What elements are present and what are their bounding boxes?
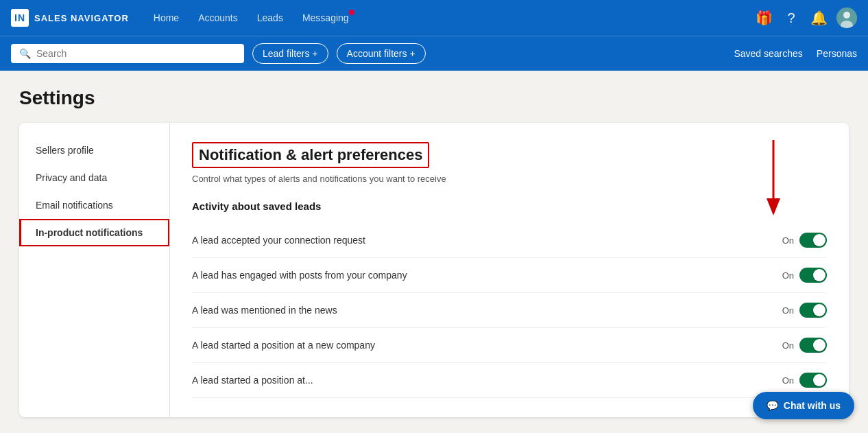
- messaging-badge: [349, 10, 354, 15]
- notification-row-1: A lead has engaged with posts from your …: [192, 258, 827, 293]
- bell-icon[interactable]: 🔔: [809, 8, 828, 27]
- personas-link[interactable]: Personas: [817, 48, 857, 59]
- toggle-wrap-2: On: [782, 303, 827, 318]
- settings-main-panel: Notification & alert preferences Control…: [170, 123, 849, 417]
- toggle-0[interactable]: [799, 233, 827, 248]
- search-bar: 🔍 Lead filters + Account filters + Saved…: [0, 36, 868, 71]
- search-icon: 🔍: [19, 48, 31, 59]
- settings-layout: Sellers profile Privacy and data Email n…: [19, 123, 849, 417]
- chat-button[interactable]: 💬 Chat with us: [753, 392, 854, 419]
- section-description: Control what types of alerts and notific…: [192, 174, 827, 184]
- notification-label-3: A lead started a position at a new compa…: [192, 340, 375, 351]
- section-title: Notification & alert preferences: [199, 146, 422, 164]
- toggle-wrap-1: On: [782, 268, 827, 283]
- svg-marker-4: [767, 198, 780, 215]
- notification-label-0: A lead accepted your connection request: [192, 235, 365, 246]
- notification-row-2: A lead was mentioned in the news On: [192, 293, 827, 328]
- nav-right-icons: 🎁 ? 🔔: [754, 8, 857, 28]
- settings-sidebar: Sellers profile Privacy and data Email n…: [19, 123, 170, 417]
- search-bar-right: Saved searches Personas: [734, 48, 857, 59]
- toggle-state-0: On: [782, 235, 794, 246]
- sidebar-item-in-product-notifications[interactable]: In-product notifications: [19, 219, 169, 246]
- toggle-2[interactable]: [799, 303, 827, 318]
- account-filters-button[interactable]: Account filters +: [337, 43, 426, 64]
- avatar[interactable]: [836, 8, 857, 28]
- toggle-state-2: On: [782, 305, 794, 316]
- search-input[interactable]: [36, 48, 215, 59]
- nav-messaging[interactable]: Messaging: [294, 8, 357, 27]
- toggle-1[interactable]: [799, 268, 827, 283]
- notification-label-4: A lead started a position at...: [192, 375, 313, 386]
- top-navigation: in SALES NAVIGATOR Home Accounts Leads M…: [0, 0, 868, 36]
- notification-label-2: A lead was mentioned in the news: [192, 305, 337, 316]
- toggle-4[interactable]: [799, 373, 827, 388]
- toggle-wrap-3: On: [782, 338, 827, 353]
- chat-button-label: Chat with us: [784, 400, 841, 411]
- notification-row-0: A lead accepted your connection request …: [192, 223, 827, 258]
- notification-label-1: A lead has engaged with posts from your …: [192, 270, 407, 281]
- sidebar-item-privacy-data[interactable]: Privacy and data: [19, 164, 169, 191]
- notification-row-4: A lead started a position at... On: [192, 363, 827, 398]
- saved-searches-link[interactable]: Saved searches: [734, 48, 802, 59]
- nav-accounts[interactable]: Accounts: [190, 8, 246, 27]
- nav-home[interactable]: Home: [145, 8, 187, 27]
- sidebar-item-sellers-profile[interactable]: Sellers profile: [19, 137, 169, 164]
- toggle-state-3: On: [782, 340, 794, 351]
- section-title-box: Notification & alert preferences: [192, 142, 429, 168]
- page-title: Settings: [19, 87, 849, 109]
- help-icon[interactable]: ?: [782, 8, 801, 27]
- page-content: Settings Sellers profile Privacy and dat…: [0, 71, 868, 433]
- nav-links: Home Accounts Leads Messaging: [145, 8, 738, 27]
- toggle-wrap-0: On: [782, 233, 827, 248]
- brand-logo[interactable]: in SALES NAVIGATOR: [11, 9, 129, 27]
- notification-row-3: A lead started a position at a new compa…: [192, 328, 827, 363]
- subsection-title: Activity about saved leads: [192, 200, 827, 212]
- lead-filters-button[interactable]: Lead filters +: [252, 43, 328, 64]
- toggle-3[interactable]: [799, 338, 827, 353]
- gift-icon[interactable]: 🎁: [754, 8, 773, 27]
- linkedin-icon: in: [11, 9, 29, 27]
- nav-leads[interactable]: Leads: [249, 8, 291, 27]
- svg-point-1: [843, 12, 850, 19]
- toggle-state-4: On: [782, 375, 794, 386]
- toggle-state-1: On: [782, 270, 794, 281]
- toggle-wrap-4: On: [782, 373, 827, 388]
- sidebar-item-email-notifications[interactable]: Email notifications: [19, 191, 169, 219]
- arrow-annotation: [753, 137, 794, 222]
- search-input-wrap[interactable]: 🔍: [11, 44, 244, 63]
- chat-icon: 💬: [767, 400, 778, 411]
- app-name: SALES NAVIGATOR: [34, 13, 129, 23]
